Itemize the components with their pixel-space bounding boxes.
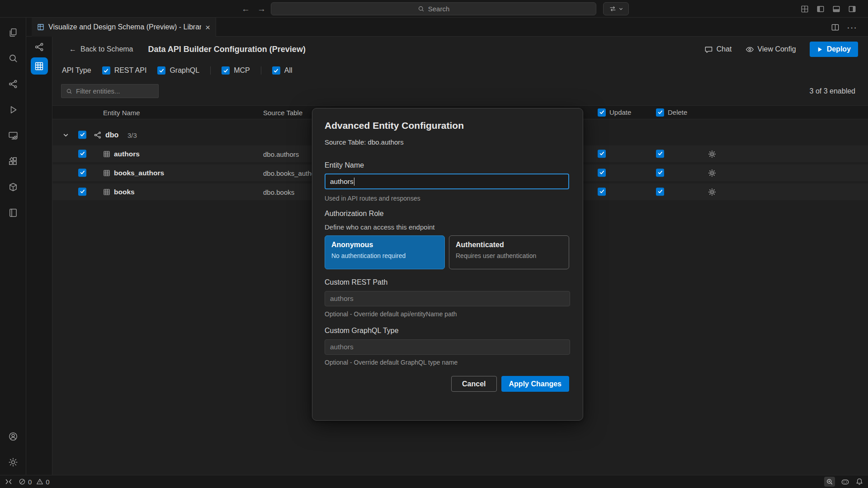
deploy-button[interactable]: Deploy [810, 42, 858, 57]
anonymous-title: Anonymous [331, 241, 438, 249]
more-actions-icon[interactable]: ··· [847, 22, 857, 33]
delete-header-label: Delete [668, 108, 687, 116]
toggle-sidebar-icon[interactable] [816, 5, 825, 13]
schema-icon [94, 131, 102, 139]
tab-visualize-design-schema[interactable]: Visualize and Design Schema (Preview) - … [32, 18, 216, 37]
data-api-builder-view-button[interactable] [31, 57, 48, 75]
cancel-button[interactable]: Cancel [451, 376, 496, 392]
search-icon [418, 5, 425, 12]
notifications-bell-icon[interactable] [855, 478, 863, 486]
view-config-button[interactable]: View Config [745, 45, 796, 54]
split-editor-icon[interactable] [831, 23, 840, 32]
entity-filter-row: 3 of 3 enabled [61, 84, 855, 98]
tab-close-icon[interactable]: × [205, 23, 210, 32]
chat-label: Chat [717, 45, 732, 53]
filter-graphql[interactable]: GraphQL [157, 66, 199, 75]
entity-name-label: Entity Name [325, 161, 569, 169]
command-center-search[interactable]: Search [271, 2, 596, 15]
remote-indicator-icon[interactable] [5, 478, 13, 486]
row-checkbox[interactable] [78, 169, 86, 178]
delete-all-checkbox[interactable] [656, 108, 664, 117]
delete-checkbox[interactable] [656, 150, 664, 159]
chat-icon [704, 45, 713, 54]
run-debug-icon[interactable] [0, 97, 26, 122]
mcp-checkbox[interactable] [222, 66, 230, 75]
toggle-secondary-sidebar-icon[interactable] [848, 5, 856, 13]
files-icon[interactable] [0, 19, 26, 45]
authorization-role-help: Define who can access this endpoint [325, 223, 569, 231]
account-icon[interactable] [0, 423, 26, 449]
connections-icon[interactable] [0, 122, 26, 148]
settings-gear-icon[interactable] [0, 449, 26, 475]
row-settings-gear-icon[interactable] [708, 150, 716, 158]
graphql-checkbox[interactable] [157, 66, 165, 75]
entity-name: authors [114, 150, 140, 158]
update-all-checkbox[interactable] [598, 108, 606, 117]
filter-rest-api[interactable]: REST API [102, 66, 147, 75]
group-name: dbo [105, 131, 118, 139]
enabled-count: 3 of 3 enabled [810, 87, 855, 95]
auth-option-anonymous[interactable]: Anonymous No authentication required [325, 235, 445, 269]
col-source-table: Source Table [263, 108, 302, 116]
back-label: Back to Schema [80, 45, 133, 53]
rest-api-label: REST API [114, 66, 147, 75]
mcp-label: MCP [234, 66, 250, 75]
all-checkbox[interactable] [272, 66, 280, 75]
problems-indicator[interactable]: 0 0 [19, 478, 50, 486]
source-table: dbo.books [263, 188, 294, 196]
customize-layout-icon[interactable] [801, 5, 809, 13]
back-to-schema-button[interactable]: ← Back to Schema [69, 45, 133, 53]
custom-rest-path-help: Optional - Override default api/entityNa… [325, 310, 569, 318]
delete-checkbox[interactable] [656, 188, 664, 197]
zoom-indicator-icon[interactable] [824, 477, 835, 487]
eye-icon [745, 45, 754, 54]
filter-all[interactable]: All [272, 66, 292, 75]
search-sidebar-icon[interactable] [0, 45, 26, 71]
collapse-chevron-icon[interactable] [62, 131, 69, 138]
toggle-panel-icon[interactable] [832, 5, 840, 13]
row-checkbox[interactable] [78, 150, 86, 159]
warning-count: 0 [46, 478, 49, 486]
filter-entities-input[interactable] [76, 87, 148, 95]
warning-icon [36, 478, 43, 485]
custom-graphql-type-label: Custom GraphQL Type [325, 327, 569, 335]
entity-name: books [114, 188, 135, 196]
delete-checkbox[interactable] [656, 169, 664, 178]
update-checkbox[interactable] [598, 188, 606, 197]
notebook-icon[interactable] [0, 200, 26, 225]
all-label: All [284, 66, 292, 75]
chevron-down-icon [618, 6, 623, 11]
history-back-icon[interactable]: ← [241, 4, 250, 14]
update-checkbox[interactable] [598, 150, 606, 159]
table-icon [103, 188, 110, 196]
custom-graphql-type-input[interactable] [325, 339, 570, 355]
rest-api-checkbox[interactable] [102, 66, 110, 75]
filter-mcp[interactable]: MCP [222, 66, 250, 75]
apply-changes-button[interactable]: Apply Changes [501, 376, 569, 392]
error-count: 0 [28, 478, 32, 486]
entity-name-input[interactable]: authors [325, 174, 569, 189]
session-toggle-button[interactable] [603, 2, 629, 15]
anonymous-desc: No authentication required [331, 252, 438, 259]
divider [261, 66, 261, 75]
update-checkbox[interactable] [598, 169, 606, 178]
row-settings-gear-icon[interactable] [708, 188, 716, 196]
swap-arrows-icon [609, 5, 617, 13]
chat-button[interactable]: Chat [704, 45, 732, 54]
copilot-status-icon[interactable] [841, 478, 849, 486]
group-count: 3/3 [127, 131, 137, 139]
view-config-label: View Config [758, 45, 796, 53]
extensions-icon[interactable] [0, 148, 26, 174]
schema-visualizer-icon[interactable] [0, 71, 26, 97]
group-checkbox[interactable] [78, 131, 86, 140]
update-header-label: Update [609, 108, 631, 116]
schema-designer-view-icon[interactable] [34, 42, 44, 52]
row-settings-gear-icon[interactable] [708, 169, 716, 177]
error-icon [19, 478, 26, 485]
view-toolbar [26, 37, 52, 475]
history-forward-icon[interactable]: → [257, 4, 266, 14]
database-projects-icon[interactable] [0, 174, 26, 200]
custom-rest-path-input[interactable] [325, 291, 570, 306]
row-checkbox[interactable] [78, 188, 86, 197]
auth-option-authenticated[interactable]: Authenticated Requires user authenticati… [449, 235, 569, 269]
